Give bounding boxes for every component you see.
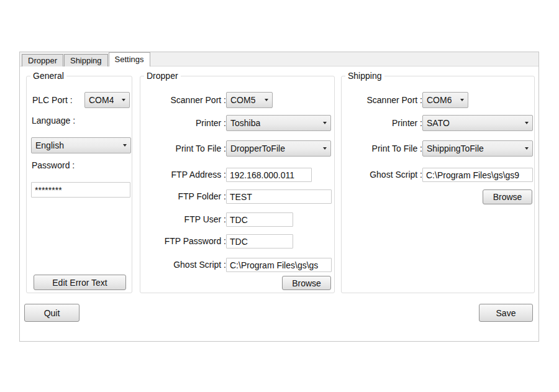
- shipping-print-to-file-label: Print To File :: [348, 140, 422, 157]
- screen: Dropper Shipping Settings General PLC Po…: [0, 0, 559, 392]
- dropper-group-title: Dropper: [144, 71, 181, 81]
- general-groupbox: General PLC Port : COM4 Language : Engli…: [26, 76, 132, 293]
- ftp-user-label: FTP User :: [147, 212, 226, 227]
- shipping-printer-dropdown[interactable]: SATO: [422, 115, 533, 131]
- chevron-down-icon: [460, 99, 464, 101]
- dropper-printer-label: Printer :: [147, 115, 226, 131]
- plc-port-label: PLC Port :: [32, 92, 73, 108]
- shipping-scanner-port-label: Scanner Port :: [348, 92, 422, 108]
- ftp-address-field[interactable]: [226, 168, 312, 182]
- save-button[interactable]: Save: [479, 304, 533, 322]
- shipping-scanner-port-value: COM6: [427, 95, 452, 105]
- dropper-printer-value: Toshiba: [230, 118, 260, 128]
- settings-window: Dropper Shipping Settings General PLC Po…: [19, 52, 539, 342]
- chevron-down-icon: [525, 147, 529, 150]
- dropper-scanner-port-label: Scanner Port :: [147, 92, 226, 108]
- password-field[interactable]: [31, 182, 130, 198]
- ftp-password-field[interactable]: [226, 234, 293, 248]
- shipping-scanner-port-dropdown[interactable]: COM6: [422, 92, 468, 108]
- ftp-address-label: FTP Address :: [147, 168, 226, 182]
- dropper-print-to-file-dropdown[interactable]: DropperToFile: [226, 140, 331, 157]
- shipping-ghost-script-label: Ghost Script :: [348, 168, 422, 182]
- dropper-browse-button[interactable]: Browse: [282, 276, 331, 290]
- shipping-groupbox: Shipping Scanner Port : COM6 Printer : S…: [341, 76, 535, 293]
- plc-port-value: COM4: [89, 95, 114, 105]
- quit-button[interactable]: Quit: [24, 304, 80, 322]
- ftp-password-label: FTP Password :: [147, 234, 226, 248]
- dropper-groupbox: Dropper Scanner Port : COM5 Printer : To…: [140, 76, 335, 293]
- ftp-folder-label: FTP Folder :: [147, 189, 226, 204]
- tab-bar: Dropper Shipping Settings: [22, 52, 151, 66]
- shipping-printer-label: Printer :: [348, 115, 422, 131]
- tab-shipping[interactable]: Shipping: [64, 54, 108, 66]
- tab-dropper[interactable]: Dropper: [22, 54, 63, 66]
- language-dropdown[interactable]: English: [31, 137, 131, 153]
- shipping-print-to-file-dropdown[interactable]: ShippingToFile: [422, 140, 533, 157]
- shipping-browse-button[interactable]: Browse: [483, 189, 532, 204]
- dropper-printer-dropdown[interactable]: Toshiba: [226, 115, 331, 131]
- dropper-ghost-script-field[interactable]: [226, 258, 332, 272]
- chevron-down-icon: [323, 122, 327, 124]
- general-group-title: General: [30, 71, 66, 81]
- shipping-ghost-script-field[interactable]: [422, 168, 533, 182]
- edit-error-text-button[interactable]: Edit Error Text: [34, 275, 126, 290]
- ftp-folder-field[interactable]: [226, 189, 332, 204]
- ftp-user-field[interactable]: [226, 212, 293, 227]
- shipping-printer-value: SATO: [427, 118, 450, 128]
- language-label: Language :: [32, 114, 75, 127]
- chevron-down-icon: [525, 122, 529, 124]
- dropper-scanner-port-value: COM5: [230, 95, 255, 105]
- dropper-ghost-script-label: Ghost Script :: [147, 258, 226, 272]
- dropper-print-to-file-value: DropperToFile: [230, 144, 285, 153]
- shipping-print-to-file-value: ShippingToFile: [427, 144, 484, 153]
- plc-port-dropdown[interactable]: COM4: [84, 92, 130, 108]
- shipping-group-title: Shipping: [345, 71, 384, 81]
- chevron-down-icon: [265, 99, 268, 101]
- language-value: English: [35, 140, 64, 150]
- tab-settings[interactable]: Settings: [109, 52, 150, 66]
- password-label: Password :: [32, 159, 75, 171]
- chevron-down-icon: [122, 99, 125, 101]
- dropper-scanner-port-dropdown[interactable]: COM5: [226, 92, 273, 108]
- dropper-print-to-file-label: Print To File :: [147, 140, 226, 157]
- chevron-down-icon: [323, 147, 327, 150]
- chevron-down-icon: [123, 144, 127, 147]
